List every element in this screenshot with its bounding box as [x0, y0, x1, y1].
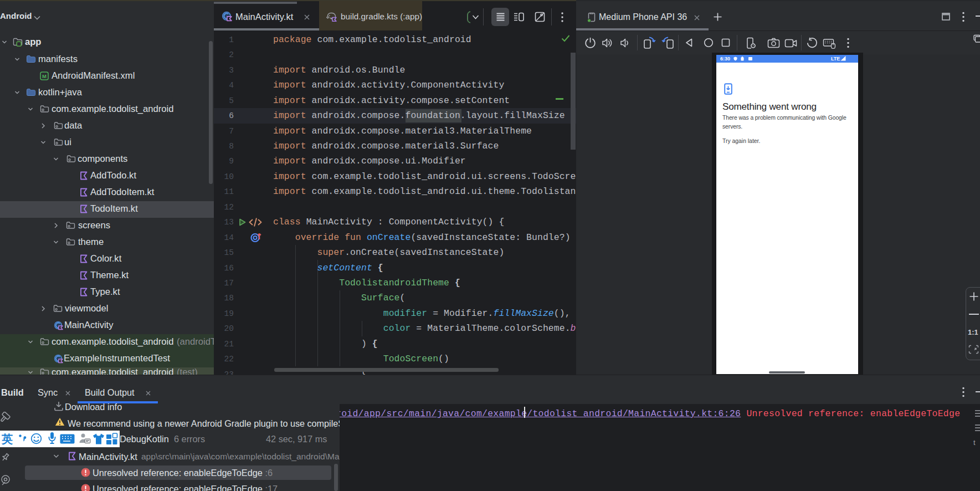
svg-text:M: M	[42, 73, 47, 79]
